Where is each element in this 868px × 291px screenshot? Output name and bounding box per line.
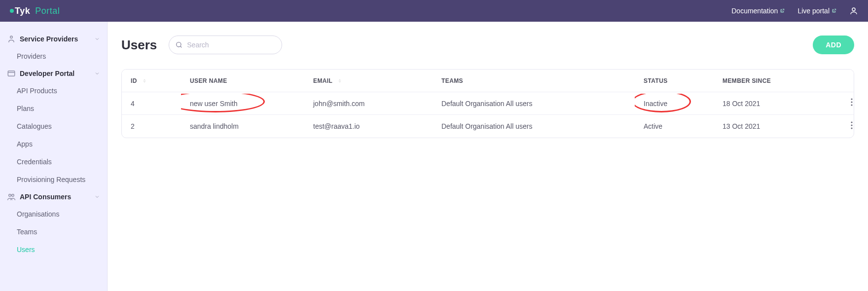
- search-icon: [175, 41, 183, 49]
- chevron-down-icon: [94, 194, 100, 200]
- svg-point-0: [852, 8, 855, 11]
- sidebar-group-developer-portal[interactable]: Developer Portal: [0, 65, 107, 82]
- col-teams[interactable]: TEAMS: [433, 72, 635, 90]
- sidebar-item-teams[interactable]: Teams: [0, 223, 107, 241]
- sidebar-item-catalogues[interactable]: Catalogues: [0, 117, 107, 135]
- col-email[interactable]: EMAIL: [304, 72, 433, 90]
- col-member-since[interactable]: MEMBER SINCE: [714, 72, 837, 90]
- cell-status: Inactive: [635, 94, 714, 113]
- col-status[interactable]: STATUS: [635, 72, 714, 90]
- cell-user-name: new user Smith: [181, 94, 304, 113]
- documentation-link[interactable]: Documentation: [731, 7, 785, 15]
- sidebar-item-api-products[interactable]: API Products: [0, 82, 107, 100]
- cell-teams: Default Organisation All users: [433, 116, 635, 136]
- sidebar-group-service-providers[interactable]: Service Providers: [0, 31, 107, 47]
- cell-email: test@raava1.io: [304, 116, 433, 136]
- chevron-down-icon: [94, 71, 100, 76]
- chevron-down-icon: [94, 36, 100, 42]
- kebab-menu-icon: [851, 121, 853, 129]
- search-wrap[interactable]: [169, 36, 282, 54]
- cell-user-name: sandra lindholm: [181, 116, 304, 136]
- page-header: Users ADD: [121, 36, 854, 54]
- sidebar-item-organisations[interactable]: Organisations: [0, 205, 107, 223]
- col-id[interactable]: ID: [122, 72, 181, 90]
- svg-point-12: [851, 124, 852, 126]
- brand-portal: Portal: [35, 6, 60, 16]
- svg-point-8: [851, 98, 852, 100]
- portal-icon: [7, 69, 16, 78]
- svg-point-10: [851, 104, 852, 106]
- cell-member-since: 13 Oct 2021: [714, 116, 837, 136]
- cell-member-since: 18 Oct 2021: [714, 94, 837, 113]
- sidebar: Service Providers Providers Developer Po…: [0, 22, 108, 291]
- svg-point-11: [851, 121, 852, 123]
- svg-line-7: [181, 46, 182, 48]
- main-content: Users ADD ID USER NAME EMAIL TEAMS STATU…: [108, 22, 868, 291]
- svg-point-9: [851, 101, 852, 103]
- sidebar-item-plans[interactable]: Plans: [0, 100, 107, 117]
- sidebar-item-users[interactable]: Users: [0, 241, 107, 258]
- providers-icon: [7, 35, 16, 43]
- live-portal-label: Live portal: [797, 7, 830, 15]
- brand-logo[interactable]: Tyk Portal: [10, 6, 60, 16]
- svg-point-13: [851, 127, 852, 129]
- sidebar-group-label: Developer Portal: [20, 70, 74, 77]
- page-title: Users: [121, 37, 157, 53]
- cell-email: john@smith.com: [304, 94, 433, 113]
- sidebar-group-api-consumers[interactable]: API Consumers: [0, 188, 107, 205]
- top-bar: Tyk Portal Documentation Live portal: [0, 0, 868, 22]
- sidebar-item-apps[interactable]: Apps: [0, 135, 107, 153]
- sort-icon: [337, 78, 342, 83]
- cell-id: 4: [122, 94, 181, 113]
- row-actions-button[interactable]: [837, 92, 854, 114]
- top-links: Documentation Live portal: [731, 6, 858, 15]
- kebab-menu-icon: [851, 98, 853, 106]
- col-user-name[interactable]: USER NAME: [181, 72, 304, 90]
- brand-dot-icon: [10, 9, 14, 13]
- table-row[interactable]: 2 sandra lindholm test@raava1.io Default…: [122, 115, 854, 138]
- users-table: ID USER NAME EMAIL TEAMS STATUS MEMBER S…: [121, 69, 854, 138]
- consumers-icon: [7, 192, 16, 201]
- search-input[interactable]: [187, 41, 276, 49]
- table-header-row: ID USER NAME EMAIL TEAMS STATUS MEMBER S…: [122, 70, 854, 92]
- sidebar-group-label: API Consumers: [20, 193, 71, 201]
- user-icon: [849, 6, 858, 15]
- external-link-icon: [832, 8, 836, 13]
- sidebar-item-credentials[interactable]: Credentials: [0, 153, 107, 171]
- cell-status: Active: [635, 116, 714, 136]
- add-button[interactable]: ADD: [813, 36, 854, 54]
- svg-point-1: [10, 36, 13, 38]
- svg-point-4: [9, 194, 11, 197]
- cell-id: 2: [122, 116, 181, 136]
- col-actions: [837, 75, 854, 87]
- external-link-icon: [780, 8, 785, 13]
- sidebar-item-provisioning-requests[interactable]: Provisioning Requests: [0, 171, 107, 188]
- svg-point-6: [177, 42, 181, 47]
- sidebar-item-providers[interactable]: Providers: [0, 47, 107, 65]
- sidebar-group-label: Service Providers: [20, 35, 78, 43]
- sort-icon: [142, 78, 147, 83]
- account-menu[interactable]: [849, 6, 858, 15]
- svg-rect-2: [8, 71, 15, 76]
- table-row[interactable]: 4 new user Smith john@smith.com Default …: [122, 92, 854, 115]
- live-portal-link[interactable]: Live portal: [797, 7, 836, 15]
- row-actions-button[interactable]: [837, 115, 854, 138]
- brand-tyk: Tyk: [15, 6, 30, 16]
- cell-teams: Default Organisation All users: [433, 94, 635, 113]
- documentation-label: Documentation: [731, 7, 778, 15]
- svg-point-5: [12, 194, 14, 197]
